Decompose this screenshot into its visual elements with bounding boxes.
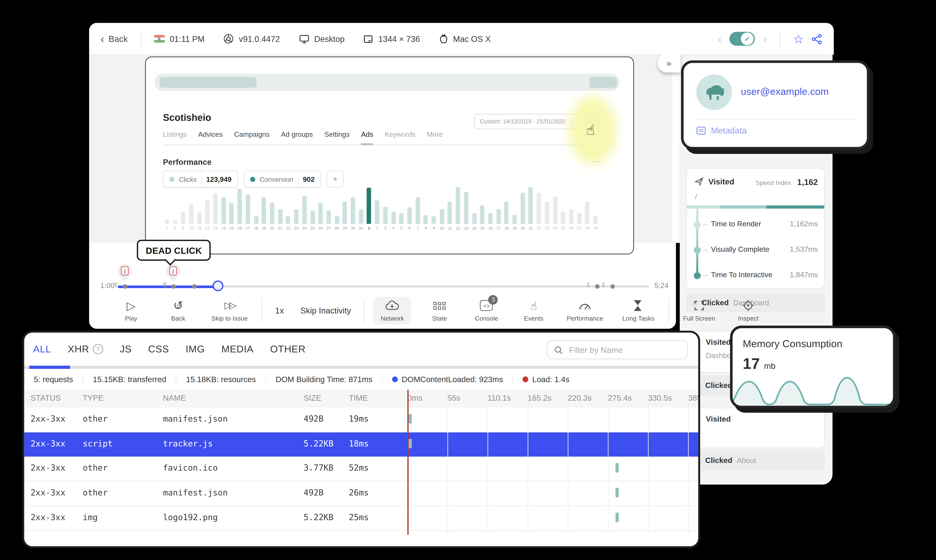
network-stats: 5: requests15.15KB: transferred15.18KB: … [24, 369, 698, 390]
chart-bar [504, 202, 509, 224]
event-clicked-about[interactable]: ClickedAbout [686, 450, 825, 471]
chart-bar-label: 7 [166, 226, 168, 230]
address-bar-skeleton [155, 74, 619, 91]
speed-metric-row: Time To Interactive1,847ms [687, 269, 824, 282]
dead-click-tooltip: DEAD CLICK [137, 240, 211, 261]
autoplay-toggle[interactable]: ✓ [729, 32, 755, 46]
metadata-button[interactable]: Metadata [696, 126, 747, 135]
cell-status: 2xx-3xx [31, 512, 65, 522]
chart-bar [327, 211, 331, 224]
skip-to-issue-button[interactable]: ▷▷ Skip to Issue [206, 297, 253, 324]
waterfall-bar [615, 463, 619, 472]
next-session-button[interactable]: › [763, 32, 767, 45]
chart-bar [488, 213, 493, 224]
prev-session-button[interactable]: ‹ [718, 32, 722, 45]
timeline-event-dot[interactable] [595, 284, 600, 289]
table-row[interactable]: 2xx-3xxothermanifest.json492B26ms [24, 482, 698, 506]
inspect-button[interactable]: Inspect [729, 297, 767, 324]
divider [140, 31, 141, 47]
table-row[interactable]: 2xx-3xxscripttracker.js5.22KB18ms [24, 432, 698, 457]
chart-bar-wrapper: 25 [308, 185, 316, 230]
network-tab-media[interactable]: MEDIA [222, 343, 254, 355]
meta-text: 1344 × 736 [378, 34, 420, 43]
timeline-event-dot[interactable] [192, 284, 197, 289]
table-row[interactable]: 2xx-3xxotherfavicon.ico3.77KB52ms [24, 457, 698, 482]
speed-metric-row: Visually Complete1,537ms [687, 243, 824, 256]
chart-bar-wrapper: 8 [171, 185, 179, 230]
visited-speed-card[interactable]: Visited Speed Index 1,162 / Time to Rend… [686, 168, 825, 289]
search-icon [554, 345, 563, 355]
waterfall-bar [409, 414, 412, 423]
chart-bar [310, 211, 315, 224]
navigate-icon [694, 177, 704, 186]
tabs-underline [24, 366, 698, 369]
visited-path: / [695, 193, 697, 200]
stat-item: 15.18KB: resources [176, 375, 266, 384]
help-icon[interactable]: ? [93, 344, 103, 354]
network-tab-other[interactable]: OTHER [270, 343, 306, 355]
full-screen-button[interactable]: Full Screen [678, 297, 720, 324]
chart-bar-label: 19 [513, 226, 517, 230]
back-button[interactable]: ‹ Back [100, 34, 128, 44]
player-controls: ▷Play↺10Back▷▷ Skip to Issue1xSkip Inact… [112, 294, 767, 327]
event-visited[interactable]: Visited [686, 408, 825, 448]
divider [262, 298, 262, 323]
chart-bar-wrapper: 10 [187, 185, 195, 230]
timeline-playhead[interactable] [213, 280, 224, 291]
network-tab-xhr[interactable]: XHR? [68, 343, 103, 355]
event-action: Clicked [705, 456, 732, 465]
issue-pin[interactable]: i [118, 264, 132, 283]
network-tab-all[interactable]: ALL [33, 343, 51, 355]
control-label: Back [171, 314, 185, 322]
cell-type: other [83, 463, 108, 472]
timeline-event-dot[interactable] [171, 284, 176, 289]
chart-bar-wrapper: 20 [268, 185, 276, 230]
events-button[interactable]: ☝Events [515, 297, 553, 324]
back-button[interactable]: ↺10Back [159, 297, 197, 324]
chart-bar-label: 12 [456, 226, 460, 230]
network-tab-css[interactable]: CSS [148, 343, 169, 355]
issue-pin[interactable]: i [166, 264, 180, 283]
chart-bar-wrapper: 17 [244, 185, 252, 230]
rhino-avatar-icon [703, 84, 726, 101]
console-button[interactable]: <>3Console [467, 297, 506, 324]
table-row[interactable]: 2xx-3xxothermanifest.json492B19ms [24, 408, 698, 432]
filter-input[interactable] [568, 345, 681, 355]
network-tabs: ALLXHR?JSCSSIMGMEDIAOTHER [33, 332, 306, 366]
chart-bar-wrapper: 22 [535, 185, 543, 230]
divider [364, 298, 364, 323]
cell-time: 26ms [349, 488, 369, 497]
control-label: Performance [567, 314, 603, 322]
chart-bar [359, 209, 363, 224]
chart-bar-wrapper: 17 [494, 185, 503, 230]
skip-inactivity-button[interactable]: Skip Inactivity [296, 306, 355, 315]
event-action: Clicked [705, 381, 732, 390]
chart-bar-wrapper: 31 [357, 185, 365, 230]
chart-bar-label: 20 [521, 226, 525, 230]
meta-monitor: Desktop [299, 34, 345, 43]
cell-time: 18ms [349, 439, 369, 448]
meta-text: v91.0.4472 [239, 34, 280, 43]
collapse-sidebar-button[interactable]: » [657, 54, 680, 72]
chart-bar [278, 209, 282, 224]
skeleton-pill [160, 77, 256, 88]
play-button[interactable]: ▷Play [112, 297, 150, 324]
chart-bar [391, 212, 396, 224]
timeline-event-dot[interactable] [611, 284, 615, 289]
network-tab-img[interactable]: IMG [185, 343, 205, 355]
state-button[interactable]: State [421, 297, 459, 324]
speed-button[interactable]: 1x [271, 306, 288, 315]
favorite-star-icon[interactable]: ☆ [793, 33, 804, 45]
share-icon[interactable] [811, 34, 822, 44]
timeline-event-dot[interactable] [123, 284, 127, 289]
network-button[interactable]: Network [373, 297, 412, 324]
chart-bar [189, 204, 194, 224]
network-tab-js[interactable]: JS [120, 343, 132, 355]
chart-bar-wrapper: 23 [292, 185, 300, 230]
table-row[interactable]: 2xx-3xximglogo192.png5.22KB25ms [24, 506, 698, 531]
metric-value: 123,949 [206, 175, 231, 183]
performance-button[interactable]: Performance [561, 297, 608, 324]
chart-bar-wrapper: 20 [519, 185, 527, 230]
chart-bar-label: 14 [472, 226, 476, 230]
long-tasks-button[interactable]: Long Tasks [617, 297, 660, 324]
